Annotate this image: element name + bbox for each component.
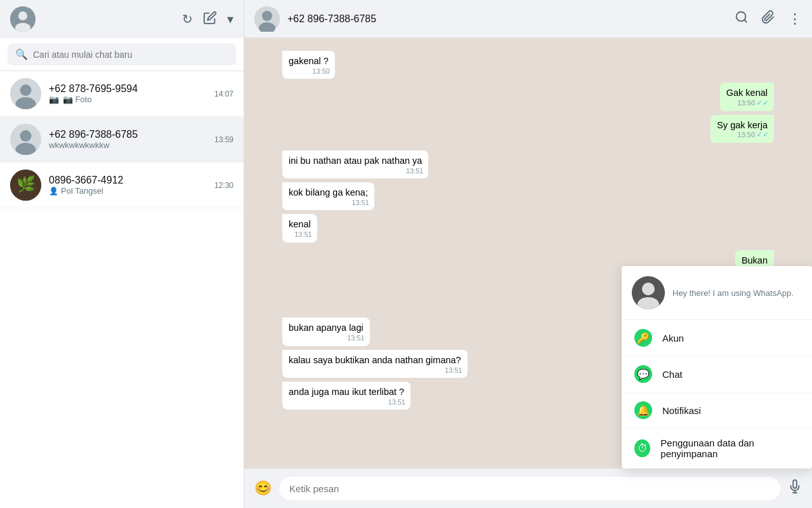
microphone-icon[interactable] [788,479,802,497]
message-text: gakenal ? [289,56,329,66]
message-bubble: ini bu nathan atau pak nathan ya 13:51 [282,150,428,178]
message-time: 13:51 [388,398,406,407]
chat-header: +62 896-7388-6785 ⋮ [244,0,812,38]
chat-list: +62 878-7695-9594 📷📷 Foto 14:07 +62 896-… [0,71,244,508]
user-avatar[interactable] [10,6,36,32]
emoji-icon[interactable]: 😊 [254,480,272,497]
message-bubble: kalau saya buktikan anda nathan gimana? … [282,350,468,378]
message-text: Bukan [742,255,768,265]
chat-icon: 💬 [634,365,652,383]
avatar: 🌿 [10,170,41,201]
chat-info: +62 878-7695-9594 📷📷 Foto [49,83,207,104]
read-receipt: ✓✓ [756,130,769,140]
avatar [10,124,41,155]
chat-input-bar: 😊 [244,469,812,508]
message-bubble: kok bilang ga kena; 13:51 [282,182,374,210]
chat-preview: wkwkwkwkwkkw [49,140,207,150]
sidebar: ↻ ▾ 🔍 [0,0,244,508]
notif-icon: 🔔 [634,401,652,419]
chat-info: 0896-3667-4912 👤 Pol Tangsel [49,175,207,196]
message-time: 13:51 [347,333,365,343]
settings-user-info: Hey there! I am using WhatsApp. [672,288,794,298]
search-icon[interactable] [735,10,749,27]
chat-preview: 👤 Pol Tangsel [49,186,207,196]
more-options-icon[interactable]: ⋮ [788,11,802,27]
message-time: 13:51 [445,366,462,375]
message-time: 13:51 [406,166,424,176]
message-row: gakenal ? 13:50 [282,51,774,81]
chat-item[interactable]: 🌿 0896-3667-4912 👤 Pol Tangsel 12:30 [0,163,244,208]
message-text: Sy gak kerja [717,120,768,130]
data-icon: ⏱ [634,439,650,457]
header-icons: ↻ ▾ [182,11,233,28]
message-bubble: anda juga mau ikut terlibat ? 13:51 [282,382,410,410]
notif-label: Notifikasi [662,405,701,416]
settings-menu-akun[interactable]: 🔑 Akun [622,320,812,356]
message-time: 13:50 ✓✓ [737,98,769,109]
chat-name: +62 896-7388-6785 [49,129,207,140]
settings-menu-notifikasi[interactable]: 🔔 Notifikasi [622,392,812,429]
message-time: 13:51 [294,230,312,239]
chat-meta: 13:59 [214,135,233,144]
svg-point-4 [20,84,32,96]
chat-time: 13:59 [214,135,233,144]
chat-meta: 12:30 [214,181,233,190]
main-chat: +62 896-7388-6785 ⋮ gakenal ? 13:50 [244,0,812,508]
svg-point-1 [18,11,27,20]
message-bubble: bukan apanya lagi 13:51 [282,318,370,345]
chat-name: +62 878-7695-9594 [49,83,207,95]
message-bubble: kenal 13:51 [282,214,317,242]
chat-item[interactable]: +62 896-7388-6785 wkwkwkwkwkkw 13:59 [0,117,244,163]
svg-point-12 [262,11,272,21]
paperclip-icon[interactable] [761,10,775,27]
contact-name: +62 896-7388-6785 [287,13,727,25]
read-receipt: ✓✓ [756,98,769,109]
chat-item[interactable]: +62 878-7695-9594 📷📷 Foto 14:07 [0,71,244,117]
settings-menu-data[interactable]: ⏱ Penggunaan data dan penyimpanan [622,429,812,469]
chat-header-info: +62 896-7388-6785 [287,13,727,25]
chat-meta: 14:07 [214,90,233,98]
refresh-icon[interactable]: ↻ [182,11,193,27]
message-time: 13:50 [312,67,330,76]
chat-label: Chat [662,369,683,380]
settings-header: Hey there! I am using WhatsApp. [622,266,812,320]
chat-info: +62 896-7388-6785 wkwkwkwkwkkw [49,129,207,150]
svg-point-14 [737,12,746,22]
chat-time: 14:07 [214,90,233,98]
message-row: ini bu nathan atau pak nathan ya 13:51 [282,150,774,181]
message-time: 13:50 ✓✓ [737,130,769,140]
message-row: Sy gak kerja 13:50 ✓✓ [282,115,774,145]
message-text: ini bu nathan atau pak nathan ya [289,156,422,166]
chat-header-icons: ⋮ [735,10,802,27]
message-text: kenal [289,219,311,229]
settings-menu-chat[interactable]: 💬 Chat [622,356,812,392]
message-row: kok bilang ga kena; 13:51 [282,182,774,213]
chat-preview: 📷📷 Foto [49,95,207,104]
settings-panel: Hey there! I am using WhatsApp. 🔑 Akun 💬… [622,266,812,469]
akun-label: Akun [662,333,684,344]
message-text: Gak kenal [726,88,768,98]
settings-status: Hey there! I am using WhatsApp. [672,288,794,298]
message-input[interactable] [279,477,780,500]
message-text: kok bilang ga kena; [289,187,368,197]
svg-point-16 [642,283,655,295]
message-row: kenal 13:51 [282,214,774,244]
akun-icon: 🔑 [634,329,652,347]
settings-avatar [632,276,665,309]
message-bubble: Sy gak kerja 13:50 ✓✓ [710,115,774,143]
message-text: bukan apanya lagi [289,323,363,333]
contact-avatar [254,6,280,32]
search-icon: 🔍 [15,48,28,60]
data-label: Penggunaan data dan penyimpanan [660,438,799,459]
sidebar-header: ↻ ▾ [0,0,244,38]
chat-name: 0896-3667-4912 [49,175,207,186]
message-bubble: Gak kenal 13:50 ✓✓ [720,83,774,110]
message-time: 13:51 [351,198,369,208]
compose-icon[interactable] [203,11,217,28]
svg-text:🌿: 🌿 [16,175,36,193]
dropdown-icon[interactable]: ▾ [227,11,233,27]
search-bar: 🔍 [0,38,244,71]
message-row: Gak kenal 13:50 ✓✓ [282,83,774,113]
message-text: anda juga mau ikut terlibat ? [289,387,404,397]
search-input[interactable] [33,50,228,60]
